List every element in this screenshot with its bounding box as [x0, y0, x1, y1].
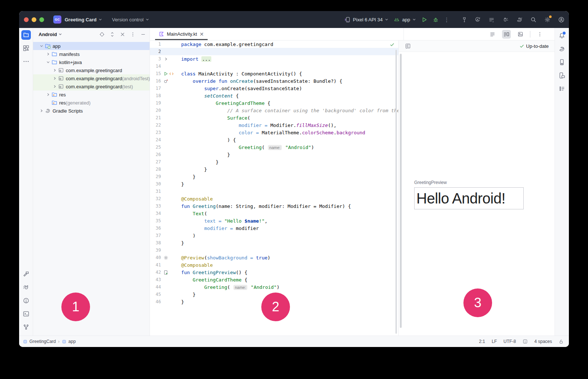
device-selector[interactable]: Pixel 6 API 34 [344, 17, 388, 23]
options-kebab-icon[interactable] [130, 32, 136, 37]
preview-render-frame[interactable]: Hello Android! [414, 187, 524, 209]
problems-tool-window-button[interactable] [21, 296, 31, 305]
run-gutter-icon[interactable] [164, 71, 168, 76]
code-line-23[interactable]: 23 color = MaterialTheme.colorScheme.bac… [150, 129, 398, 136]
code-line-43[interactable]: 43 GreetingCardTheme { [150, 276, 398, 283]
tree-item[interactable]: com.example.greetingcard [33, 66, 150, 74]
code-line-33[interactable]: 33fun Greeting(name: String, modifier: M… [150, 202, 398, 210]
tab-mainactivity[interactable]: MainActivity.kt ✕ [155, 28, 208, 40]
code-line-16[interactable]: 16 override fun onCreate(savedInstanceSt… [150, 77, 398, 85]
tree-item[interactable]: com.example.greetingcard (androidTest) [33, 74, 150, 82]
code-line-35[interactable]: 35 text = "Hello $name!", [150, 217, 398, 224]
project-view-selector[interactable]: Android [39, 32, 62, 37]
split-view-button[interactable] [502, 30, 511, 39]
preview-scrollbar[interactable] [400, 54, 402, 328]
project-selector[interactable]: Greeting Card [65, 17, 102, 22]
tree-item[interactable]: com.example.greetingcard (test) [33, 82, 150, 91]
hide-panel-icon[interactable] [140, 32, 146, 37]
tree-item[interactable]: app [33, 42, 150, 50]
close-window-button[interactable] [24, 17, 29, 22]
indent-widget[interactable]: 4 spaces [534, 339, 552, 344]
build-variants-tool-window-button[interactable] [557, 84, 567, 93]
resource-manager-button[interactable] [21, 43, 31, 53]
line-ending-widget[interactable]: LF [492, 339, 497, 344]
tree-item[interactable]: res [33, 91, 150, 99]
chevron-down-icon[interactable] [39, 43, 44, 49]
code-line-30[interactable]: 30} [150, 180, 398, 188]
code-line-37[interactable]: 37 ) [150, 232, 398, 239]
chevron-right-icon[interactable] [52, 76, 57, 81]
code-line-1[interactable]: 1package com.example.greetingcard [150, 40, 398, 48]
preview-gutter-icon[interactable] [164, 270, 168, 275]
collapse-all-icon[interactable] [120, 32, 125, 37]
search-everywhere-button[interactable] [530, 17, 537, 23]
code-line-27[interactable]: 27 } [150, 158, 398, 166]
code-view-button[interactable] [488, 30, 497, 39]
code-line-15[interactable]: 15class MainActivity : ComponentActivity… [150, 70, 398, 77]
override-gutter-icon[interactable] [164, 79, 168, 84]
vcs-widget[interactable]: Version control [112, 17, 149, 22]
minimize-window-button[interactable] [32, 17, 36, 22]
code-line-38[interactable]: 38} [150, 239, 398, 247]
gradle-tool-window-button[interactable] [557, 44, 567, 54]
build-tool-window-button[interactable] [21, 269, 31, 279]
chevron-right-icon[interactable] [45, 52, 51, 57]
code-line-28[interactable]: 28 } [150, 166, 398, 173]
build-variants-button[interactable] [488, 17, 495, 23]
apply-code-changes-button[interactable] [502, 17, 509, 23]
code-line-20[interactable]: 20 // A surface container using the 'bac… [150, 107, 398, 114]
run-button[interactable] [421, 17, 427, 23]
breadcrumb-module[interactable]: app [62, 339, 76, 344]
code-line-29[interactable]: 29 } [150, 173, 398, 180]
chevron-right-icon[interactable] [45, 92, 51, 98]
code-line-22[interactable]: 22 modifier = Modifier.fillMaxSize(), [150, 121, 398, 129]
chevron-right-icon[interactable] [52, 68, 57, 73]
notifications-button[interactable] [557, 31, 567, 40]
tree-item[interactable]: manifests [33, 50, 150, 58]
gradle-sync-button[interactable] [516, 17, 523, 23]
terminal-tool-window-button[interactable] [21, 309, 31, 319]
expand-all-icon[interactable] [110, 32, 115, 37]
version-control-tool-window-button[interactable] [21, 322, 31, 332]
code-line-14[interactable]: 14 [150, 63, 398, 70]
code-line-31[interactable]: 31 [150, 188, 398, 195]
chevron-down-icon[interactable] [45, 60, 51, 65]
preview-layout-icon[interactable] [405, 43, 411, 49]
code-line-3[interactable]: 3import ... [150, 55, 398, 63]
close-tab-icon[interactable]: ✕ [200, 32, 204, 37]
device-manager-button[interactable] [557, 57, 567, 67]
code-line-41[interactable]: 41@Composable [150, 261, 398, 269]
chevron-right-icon[interactable] [52, 84, 57, 89]
folded-code-chip[interactable]: ... [201, 56, 211, 62]
debug-button[interactable] [433, 17, 439, 23]
code-line-39[interactable]: 39 [150, 247, 398, 254]
running-devices-button[interactable] [557, 71, 567, 80]
account-button[interactable] [558, 17, 564, 23]
settings-button[interactable] [544, 17, 551, 23]
unlocked-padlock-icon[interactable] [559, 339, 564, 344]
project-tool-window-button[interactable] [21, 30, 31, 40]
code-line-17[interactable]: 17 super.onCreate(savedInstanceState) [150, 85, 398, 92]
code-line-21[interactable]: 21 Surface( [150, 114, 398, 121]
code-line-18[interactable]: 18 setContent { [150, 92, 398, 99]
code-line-24[interactable]: 24 ) { [150, 136, 398, 144]
inspection-widget-icon[interactable] [523, 339, 528, 344]
code-line-32[interactable]: 32@Composable [150, 195, 398, 202]
maximize-window-button[interactable] [39, 17, 44, 22]
tree-item[interactable]: kotlin+java [33, 58, 150, 66]
code-line-25[interactable]: 25 Greeting( name: "Android") [150, 144, 398, 151]
code-gutter-icon[interactable] [169, 71, 174, 76]
cursor-position-widget[interactable]: 2:1 [479, 339, 485, 344]
breadcrumb-project[interactable]: GreetingCard [23, 339, 56, 344]
code-line-34[interactable]: 34 Text( [150, 210, 398, 217]
inspections-passed-icon[interactable] [390, 42, 395, 47]
locate-file-icon[interactable] [99, 32, 105, 37]
gear-gutter-icon[interactable] [164, 255, 168, 260]
code-line-19[interactable]: 19 GreetingCardTheme { [150, 99, 398, 107]
code-line-44[interactable]: 44 Greeting( name: "Android") [150, 283, 398, 291]
code-line-36[interactable]: 36 modifier = modifier [150, 224, 398, 232]
code-line-2[interactable]: 2 [150, 48, 398, 55]
editor-scrollbar[interactable] [395, 50, 397, 334]
tree-item[interactable]: Gradle Scripts [33, 107, 150, 115]
design-view-button[interactable] [516, 30, 525, 39]
